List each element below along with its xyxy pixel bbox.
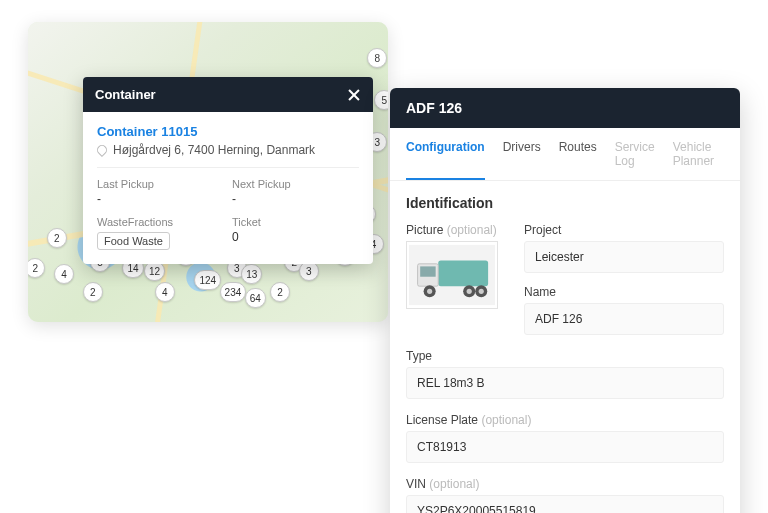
vin-label: VIN (optional) — [406, 477, 724, 491]
map-marker[interactable]: 5 — [374, 90, 388, 110]
map-marker[interactable]: 3 — [299, 261, 319, 281]
map-marker[interactable]: 2 — [83, 282, 103, 302]
ticket-label: Ticket — [232, 216, 359, 228]
svg-point-5 — [427, 289, 432, 294]
next-pickup-label: Next Pickup — [232, 178, 359, 190]
map-marker[interactable]: 124 — [194, 270, 221, 290]
project-input[interactable]: Leicester — [524, 241, 724, 273]
map-marker[interactable]: 4 — [155, 282, 175, 302]
ticket-value: 0 — [232, 230, 359, 244]
tab-drivers[interactable]: Drivers — [503, 128, 541, 180]
vehicle-panel: ADF 126 Configuration Drivers Routes Ser… — [390, 88, 740, 513]
popup-header: Container — [83, 77, 373, 112]
container-popup: Container Container 11015 Højgårdvej 6, … — [83, 77, 373, 264]
vehicle-header: ADF 126 — [390, 88, 740, 128]
svg-rect-3 — [420, 266, 435, 276]
location-pin-icon — [95, 143, 109, 157]
map-marker[interactable]: 2 — [47, 228, 67, 248]
map-marker[interactable]: 12 — [144, 261, 165, 281]
map-marker[interactable]: 234 — [220, 282, 247, 302]
tab-configuration[interactable]: Configuration — [406, 128, 485, 180]
map-marker[interactable]: 2 — [270, 282, 290, 302]
last-pickup-label: Last Pickup — [97, 178, 224, 190]
identification-heading: Identification — [406, 195, 724, 211]
project-label: Project — [524, 223, 724, 237]
tab-vehicle-planner[interactable]: Vehicle Planner — [673, 128, 724, 180]
vin-input[interactable]: YS2P6X20005515819 — [406, 495, 724, 513]
last-pickup-value: - — [97, 192, 224, 206]
waste-tag[interactable]: Food Waste — [97, 232, 170, 250]
license-plate-label: License Plate (optional) — [406, 413, 724, 427]
vehicle-picture[interactable] — [406, 241, 498, 309]
name-label: Name — [524, 285, 724, 299]
picture-label: Picture (optional) — [406, 223, 506, 237]
map-marker[interactable]: 13 — [241, 264, 262, 284]
next-pickup-value: - — [232, 192, 359, 206]
name-input[interactable]: ADF 126 — [524, 303, 724, 335]
map-marker[interactable]: 64 — [245, 288, 266, 308]
license-plate-input[interactable]: CT81913 — [406, 431, 724, 463]
type-input[interactable]: REL 18m3 B — [406, 367, 724, 399]
popup-title: Container — [95, 87, 156, 102]
waste-fractions-label: WasteFractions — [97, 216, 224, 228]
vehicle-tabs: Configuration Drivers Routes Service Log… — [390, 128, 740, 181]
svg-point-7 — [467, 289, 472, 294]
svg-rect-1 — [438, 260, 488, 286]
truck-icon — [409, 244, 495, 306]
map-card: 2243221412451243234641324243224423258123… — [28, 22, 388, 322]
close-icon[interactable] — [347, 88, 361, 102]
type-label: Type — [406, 349, 724, 363]
container-address: Højgårdvej 6, 7400 Herning, Danmark — [113, 143, 315, 157]
map-marker[interactable]: 4 — [54, 264, 74, 284]
tab-routes[interactable]: Routes — [559, 128, 597, 180]
tab-service-log[interactable]: Service Log — [615, 128, 655, 180]
svg-point-9 — [479, 289, 484, 294]
container-link[interactable]: Container 11015 — [97, 124, 359, 139]
